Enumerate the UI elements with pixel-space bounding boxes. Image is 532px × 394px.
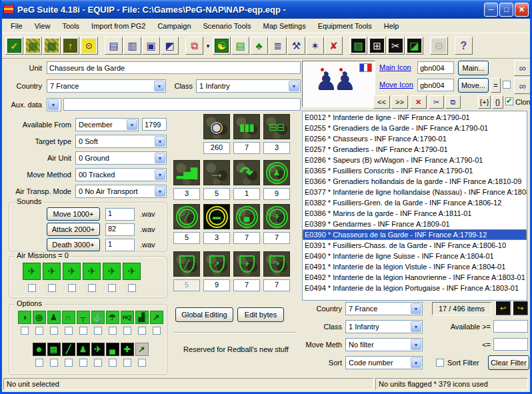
hammer-tools-button[interactable]: ⚒ — [287, 37, 305, 55]
air-transp-mode-select[interactable]: 0 No Air Transport — [75, 185, 167, 198]
equalize-icons-button[interactable]: = — [491, 78, 501, 93]
cut-icon-button[interactable]: ✂ — [429, 95, 444, 109]
attack-sound-button[interactable]: Attack 2000+ — [47, 223, 100, 236]
option-infantry-icon[interactable]: ♟ — [77, 343, 90, 356]
stat-value-input[interactable]: 9 — [203, 279, 230, 291]
main-icon-input[interactable] — [417, 61, 454, 74]
brace-move-button[interactable]: {} — [492, 95, 503, 109]
next-icon-button[interactable]: >> — [391, 95, 408, 109]
copy-icon-button[interactable]: ⧉ — [445, 95, 461, 109]
option-helicopter-checkbox[interactable] — [123, 359, 131, 367]
option-stats-icon[interactable]: ▟ — [135, 311, 149, 324]
chevron-down-icon[interactable] — [155, 136, 165, 147]
export-up-button[interactable]: ↑ — [61, 37, 79, 55]
option-gun-icon[interactable]: ↗ — [150, 311, 163, 324]
option-jet-icon[interactable]: ✈ — [91, 343, 105, 356]
save-as-button[interactable]: ◩ — [161, 37, 179, 55]
air-mission-5-checkbox[interactable] — [108, 284, 116, 292]
option-target-checkbox[interactable] — [35, 327, 43, 335]
option-shovel-icon[interactable]: ┬ — [77, 311, 90, 324]
air-mission-helicopter-icon[interactable]: ✈ — [63, 263, 81, 280]
available-lte-input[interactable] — [493, 338, 528, 351]
stat-value-input[interactable]: 5 — [173, 232, 200, 244]
equipment-list-item[interactable]: E0494 * Infanterie de la légion Portugai… — [303, 283, 527, 293]
equipment-list-item[interactable]: E0286 * Sapeurs (B) w/Wagon - INF France… — [303, 155, 527, 165]
equipment-list[interactable]: E0012 * Infanterie de ligne - INF France… — [302, 111, 527, 301]
filter-class-select[interactable]: 1 Infantry — [345, 320, 423, 333]
menu-equipment-tools[interactable]: Equipment Tools — [312, 20, 378, 32]
option-ship-icon[interactable]: ⚓ — [91, 311, 105, 324]
option-infantry-checkbox[interactable] — [79, 359, 87, 367]
move-method-select[interactable]: 00 Tracked — [75, 168, 167, 181]
equipment-list-item[interactable]: E0365 * Fusilliers Conscrits - INF Franc… — [303, 165, 527, 176]
air-mission-naval-strike-icon[interactable]: ✈ — [123, 263, 141, 280]
chevron-down-icon[interactable] — [155, 186, 165, 197]
stat-value-input[interactable]: 7 — [233, 142, 260, 154]
grid-zoom-button[interactable]: ▦ — [24, 37, 42, 55]
stat-value-input[interactable]: 3 — [203, 232, 230, 244]
chevron-down-icon[interactable] — [411, 303, 421, 314]
main-icon-link[interactable]: Main Icon — [379, 63, 411, 71]
brace-add-button[interactable]: {+} — [478, 95, 491, 109]
menu-view[interactable]: View — [29, 20, 57, 32]
equipment-list-item[interactable]: E0257 * Grenadiers - INF France A:1790-0… — [303, 144, 527, 155]
air-mission-ground-attack-icon[interactable]: ✈ — [83, 263, 101, 280]
minimize-button[interactable]: ─ — [484, 3, 498, 17]
campaign-yinyang-button[interactable]: ☯ — [213, 37, 231, 55]
list-up-button[interactable]: ↩ — [495, 301, 511, 315]
option-soldier-icon[interactable]: ♟ — [47, 311, 61, 324]
air-mission-sonic-jet-icon[interactable]: ✈ — [23, 263, 41, 280]
option-paradrop-checkbox[interactable] — [109, 327, 117, 335]
option-artillery-icon[interactable]: ↗ — [135, 343, 149, 356]
menu-scenario-tools[interactable]: Scenario Tools — [197, 20, 257, 32]
move-sound-button[interactable]: Move 1000+ — [47, 207, 100, 221]
wand-button[interactable]: ✶ — [306, 37, 324, 55]
delete-icon-button[interactable]: ✕ — [410, 95, 427, 109]
print-button[interactable]: ≣ — [269, 37, 287, 55]
air-mission-level-jet-icon[interactable]: ✈ — [43, 263, 61, 280]
option-bridge-icon[interactable]: ∩ — [62, 311, 75, 324]
clone-checkbox[interactable] — [505, 97, 513, 105]
equipment-list-item[interactable]: E0491 * Infanterie de la légion Vistule … — [303, 261, 527, 272]
global-editing-button[interactable]: Global Editing — [175, 307, 233, 322]
prev-icon-button[interactable]: << — [373, 95, 390, 109]
menu-file[interactable]: File — [5, 20, 29, 32]
available-gte-input[interactable] — [493, 320, 528, 333]
equipment-list-item[interactable]: E0256 * Chasseurs - INF France A:1790-01 — [303, 133, 527, 144]
title-bar[interactable]: PeG Suite 4.18i - EQUIP - File: C:\Games… — [0, 0, 532, 19]
filter-country-select[interactable]: 7 France — [345, 302, 423, 315]
air-mission-4-checkbox[interactable] — [88, 284, 96, 292]
chevron-down-icon[interactable] — [411, 339, 421, 350]
equipment-list-item[interactable]: E0366 * Grenadiers hollandais de la gard… — [303, 176, 527, 187]
chevron-down-icon[interactable] — [155, 153, 165, 163]
stat-value-input[interactable]: 7 — [263, 232, 290, 244]
stat-value-input[interactable]: 1 — [233, 188, 260, 200]
move-icon-button[interactable]: Move... — [458, 78, 489, 93]
filter-sort-select[interactable]: Code number — [345, 356, 423, 369]
sound-number-input[interactable]: 1 — [105, 239, 135, 251]
stat-value-input[interactable]: 5 — [173, 279, 200, 291]
option-gun-checkbox[interactable] — [153, 327, 161, 335]
stat-value-input[interactable]: 3 — [263, 142, 290, 154]
option-timer-icon[interactable]: ◑ — [18, 311, 31, 324]
option-tank-checkbox[interactable] — [109, 359, 117, 367]
menu-help[interactable]: Help — [378, 20, 405, 32]
image-button[interactable]: ◪ — [405, 37, 423, 55]
find-move-icon-button[interactable]: ∞ — [514, 78, 531, 94]
dark-panel-button[interactable]: ▨ — [349, 37, 367, 55]
stat-value-input[interactable]: 7 — [233, 279, 260, 291]
option-hq-icon[interactable]: HQ — [121, 311, 134, 324]
list-down-button[interactable]: ↪ — [513, 301, 528, 315]
option-paradrop-icon[interactable]: ☂ — [106, 311, 119, 324]
menu-tools[interactable]: Tools — [56, 20, 85, 32]
option-artillery-checkbox[interactable] — [138, 359, 146, 367]
save-export-button[interactable]: ▥ — [123, 37, 141, 55]
calculator-button[interactable]: ⊞ — [368, 37, 386, 55]
menu-import-from-pg2[interactable]: Import from PG2 — [85, 20, 151, 32]
equipment-list-item[interactable]: E0391 * Fusilliers-Chass. de la Garde - … — [303, 240, 527, 251]
stat-value-input[interactable]: 3 — [173, 188, 200, 200]
chevron-down-icon[interactable] — [155, 169, 165, 180]
move-icon-input[interactable] — [417, 79, 454, 91]
option-radio-icon[interactable]: ▤ — [47, 343, 61, 356]
stat-value-input[interactable]: 9 — [263, 188, 290, 200]
